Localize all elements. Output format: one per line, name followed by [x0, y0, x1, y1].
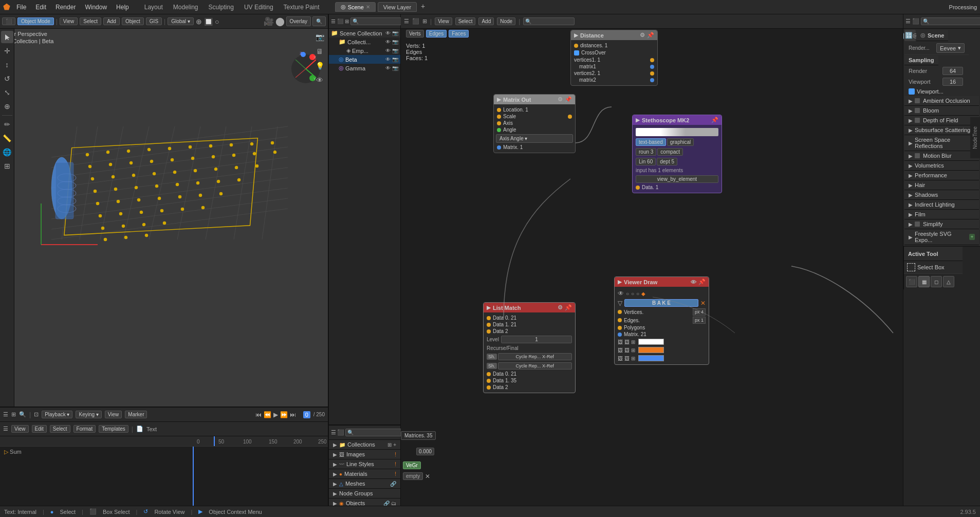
emp-cam-icon[interactable]: 📷 [392, 48, 398, 53]
empty-btn[interactable]: empty [403, 472, 423, 480]
text-based-tab[interactable]: text-based [636, 138, 666, 146]
dept-btn[interactable]: dept 5 [657, 158, 677, 165]
outliner-emp-item[interactable]: ◈ Emp... 👁 📷 [329, 46, 400, 55]
motion-blur-section[interactable]: ▶ Motion Blur [904, 151, 979, 161]
tab-sculpting[interactable]: Sculpting [206, 3, 237, 12]
vertices1-in-dot[interactable] [650, 58, 654, 62]
ne-view-btn[interactable]: View [435, 17, 452, 25]
materials-header[interactable]: ▶ ● Materials ! [329, 469, 400, 479]
add-menu[interactable]: Add [103, 17, 120, 25]
v-eye-icon[interactable]: 👁 [618, 290, 624, 297]
white-swatch[interactable] [638, 339, 664, 345]
node-editor[interactable]: ☰ ⬛ ⊞ | View Select Add Node | Verts Edg… [401, 14, 903, 517]
sidebar-cursor-icon[interactable]: ✛ [1, 45, 13, 57]
bloom-section[interactable]: ▶ Bloom [904, 106, 979, 116]
text-menu-icon[interactable]: ☰ [3, 426, 8, 432]
next-keyframe-icon[interactable]: ⏩ [280, 411, 288, 418]
play-icon[interactable]: ▶ [273, 411, 278, 418]
depth-of-field-section[interactable]: ▶ Depth of Field [904, 116, 979, 125]
go-to-end-icon[interactable]: ⏭ [290, 411, 296, 418]
add-icon[interactable]: + [393, 442, 396, 448]
global-transform-dropdown[interactable]: Global ▾ [168, 17, 194, 25]
outliner-beta-item[interactable]: ◎ Beta 👁 📷 [329, 55, 400, 64]
blue-swatch[interactable] [638, 355, 664, 361]
keying-menu[interactable]: Keying ▾ [76, 411, 101, 418]
v-circle3-icon[interactable]: ○ [636, 291, 639, 297]
data1-out-dot[interactable] [487, 379, 491, 383]
data1-dot[interactable] [636, 186, 640, 190]
scale-out-dot[interactable] [568, 115, 572, 119]
gamma-eye-icon[interactable]: 👁 [385, 65, 391, 71]
blender-logo-icon[interactable]: ⬟ [3, 2, 10, 12]
matrix2-in-dot[interactable] [650, 78, 654, 82]
meshes-header[interactable]: ▶ △ Meshes 🔗 [329, 479, 400, 489]
render-type-icon[interactable]: 🎥 📄 🔢 ◎ 🌍 ⊡ [904, 30, 916, 41]
ne-type-icon[interactable]: ⬛ [412, 18, 419, 25]
tool-option1[interactable]: ⬛ [906, 276, 917, 287]
view-menu-timeline[interactable]: View [105, 411, 122, 418]
viewport-value[interactable]: 16 [942, 78, 963, 86]
distance-options-icon[interactable]: ⚙ [640, 32, 645, 39]
v-marker-icon[interactable]: ◆ [641, 291, 645, 297]
viewer-pin-icon[interactable]: 📌 [698, 279, 706, 285]
collections-header[interactable]: ▶ 📁 Collections ⊞ + [329, 440, 400, 450]
swatch5[interactable]: 🖼 [624, 347, 630, 353]
timeline-search-icon[interactable]: 🔍 [19, 411, 26, 418]
indirect-lighting-section[interactable]: ▶ Indirect Lighting [904, 200, 979, 210]
data0-out-dot[interactable] [487, 372, 491, 376]
tab-scene[interactable]: ◎ Scene ✕ [335, 2, 376, 12]
render-value[interactable]: 64 [942, 67, 963, 75]
playhead[interactable] [214, 436, 215, 446]
freestyle-section[interactable]: ▶ Freestyle SVG Expo... + [904, 229, 979, 245]
matrix-pin-icon[interactable]: 📌 [565, 96, 572, 103]
ssr-section[interactable]: ▶ Screen Space Reflections [904, 135, 979, 151]
dof-check[interactable] [915, 118, 920, 123]
bake-pin-icon[interactable]: ✕ [700, 300, 706, 307]
line-styles-header[interactable]: ▶ 〰 Line Styles ! [329, 459, 400, 469]
level-value[interactable]: 1 [501, 336, 572, 343]
simplify-section[interactable]: ▶ Simplify [904, 219, 979, 229]
ao-check[interactable] [915, 98, 920, 103]
shadows-section[interactable]: ▶ Shadows [904, 190, 979, 200]
compact-btn[interactable]: compact [657, 148, 683, 156]
outliner-gamma-item[interactable]: ◎ Gamma 👁 📷 [329, 64, 400, 72]
go-to-start-icon[interactable]: ⏮ [255, 411, 262, 418]
tab-modeling[interactable]: Modeling [170, 3, 201, 12]
sidebar-move-icon[interactable]: ↕ [1, 59, 13, 71]
sidebar-rotate-icon[interactable]: ↺ [1, 72, 13, 85]
ne-extra-icon[interactable]: ⊞ [422, 18, 427, 25]
data0-in-dot[interactable] [487, 316, 491, 320]
menu-window[interactable]: Window [83, 3, 109, 12]
overlay-viewport-icon[interactable]: 🖥 [313, 45, 326, 58]
stethoscope-expand-icon[interactable]: ▶ [636, 117, 640, 123]
scale-in-dot[interactable] [497, 115, 501, 119]
overlay-shading-icon[interactable]: 💡 [313, 60, 326, 72]
orange-swatch[interactable] [638, 347, 664, 353]
outliner-collection-item[interactable]: 📁 Collecti... 👁 📷 [329, 38, 400, 46]
distance-expand-icon[interactable]: ▶ [574, 32, 578, 38]
outliner-scene-collection[interactable]: 📁 Scene Collection 👁 📷 [329, 29, 400, 38]
camera-icon[interactable]: 🎥 [264, 16, 274, 26]
view-by-element-btn[interactable]: view_by_element [636, 175, 718, 183]
text-edit-menu[interactable]: Edit [32, 425, 47, 433]
playback-menu[interactable]: Playback ▾ [42, 411, 72, 418]
bake-button[interactable]: B A K E [624, 299, 698, 307]
viewer-vert-in-dot[interactable] [618, 310, 622, 314]
swatch6[interactable]: ⊞ [631, 347, 635, 353]
item-cam-icon[interactable]: 📷 [392, 39, 398, 45]
matrix1-in-dot[interactable] [650, 65, 654, 69]
node-tree-search[interactable] [523, 17, 575, 25]
sidebar-annotate-icon[interactable]: ✏ [1, 118, 13, 131]
data2-out-dot[interactable] [487, 385, 491, 390]
roun-btn[interactable]: roun 3 [636, 148, 656, 156]
overlay-extra2-icon[interactable]: 👁 [313, 74, 326, 86]
list-expand-icon[interactable]: ▶ [487, 305, 491, 310]
viewer-edge-in-dot[interactable] [618, 318, 622, 322]
mesh-add-icon[interactable]: 🔗 [390, 481, 396, 487]
cycle-rep1-btn[interactable]: Cycle Rep... X-Ref [498, 353, 572, 360]
timeline-type-icon[interactable]: ⊡ [34, 411, 39, 418]
swatch1[interactable]: 🖼 [618, 339, 623, 345]
viewer-poly-in-dot[interactable] [618, 326, 622, 330]
distances-out-dot[interactable] [574, 44, 578, 48]
tab-layout[interactable]: Layout [141, 3, 166, 12]
